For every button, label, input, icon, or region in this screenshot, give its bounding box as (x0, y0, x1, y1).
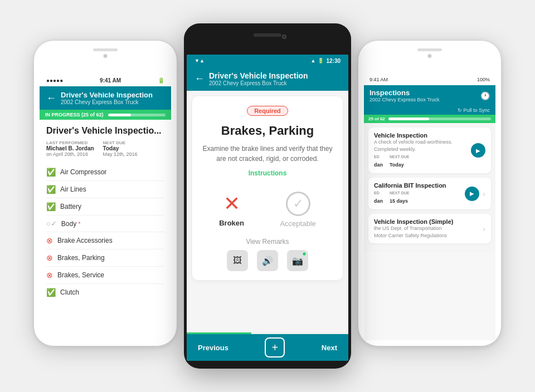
list-item[interactable]: ✅ Battery (46, 198, 164, 215)
left-status-dots: ●●●●● (46, 77, 63, 84)
fail-icon: ⊗ (46, 236, 53, 245)
list-item[interactable]: California BIT Inspection ED dan NEXT DU… (368, 178, 491, 209)
left-meta: LAST PERFORMED Michael B. Jordan on Apri… (46, 140, 164, 157)
center-signal: ▼▲ (194, 58, 205, 63)
view-remarks-link[interactable]: View Remarks (201, 238, 334, 246)
card-description: Examine the brake lines and verify that … (201, 144, 334, 164)
image-icon: 🖼 (233, 256, 242, 266)
center-phone: ▼▲ ▲ 🔋 12:30 ← Driver's Vehicle Inspecti… (184, 23, 351, 369)
card-options: ✕ Broken ✓ Acceptable (201, 186, 334, 233)
left-meta-performed-name: Michael B. Jordan (46, 145, 94, 151)
required-dot: * (79, 221, 81, 227)
add-button[interactable]: + (265, 337, 285, 357)
right-camera-dot (428, 54, 432, 58)
wifi-icon: ▲ (311, 58, 316, 63)
left-checklist: ✅ Air Compressor ✅ Air Lines ✅ Battery ○… (46, 164, 164, 301)
pass-icon: ✅ (46, 288, 56, 297)
list-item[interactable]: ⊗ Brakes, Service (46, 267, 164, 284)
item-meta: ED dan NEXT DUE 15 days (374, 191, 446, 205)
item-right: ▶ (471, 143, 485, 158)
left-header-title: Driver's Vehicle Inspection (61, 91, 153, 99)
item-text: Vehicle Inspection A check of vehicle ro… (374, 132, 453, 169)
fail-icon: ⊗ (46, 253, 53, 262)
required-badge: Required (247, 106, 288, 116)
center-header: ← Driver's Vehicle Inspection 2002 Chevy… (187, 67, 348, 91)
center-speaker (254, 33, 281, 37)
chevron-right-icon: › (483, 189, 485, 198)
left-speaker (93, 48, 118, 51)
card-instructions-link[interactable]: Instructions (201, 169, 334, 177)
previous-button[interactable]: Previous (198, 344, 228, 352)
list-item[interactable]: ⊗ Brakes, Parking (46, 249, 164, 267)
camera-icon: 📷 (292, 256, 303, 266)
item-label: Air Lines (60, 185, 86, 193)
pull-sync-text[interactable]: ↻ Pull to Sync (458, 107, 490, 113)
next-button[interactable]: Next (322, 344, 337, 352)
center-time: 12:30 (326, 58, 341, 64)
left-meta-performed: LAST PERFORMED Michael B. Jordan on Apri… (46, 140, 94, 157)
card-title: Brakes, Parking (201, 124, 334, 138)
broken-icon: ✕ (223, 192, 240, 215)
audio-button[interactable]: 🔊 (257, 250, 278, 271)
item-right: ▶ › (465, 187, 485, 201)
right-content: Vehicle Inspection A check of vehicle ro… (364, 123, 495, 252)
list-item[interactable]: ✅ Air Lines (46, 181, 164, 198)
right-header-title: Inspections (369, 89, 440, 97)
center-progress-fill (187, 332, 251, 334)
acceptable-label: Acceptable (280, 219, 315, 228)
item-title: Vehicle Inspection (Simple) (374, 218, 453, 225)
list-item[interactable]: ✅ Air Compressor (46, 164, 164, 181)
broken-label: Broken (219, 219, 244, 227)
left-form-title: Driver's Vehicle Inspectio... (46, 125, 164, 136)
image-button[interactable]: 🖼 (227, 250, 248, 271)
history-icon[interactable]: 🕐 (480, 91, 490, 100)
item-text: Vehicle Inspection (Simple) the US Dept.… (374, 218, 453, 239)
list-item[interactable]: ⊗ Brake Accessories (46, 232, 164, 249)
right-screen: 9:41 AM 100% Inspections 2002 Chevy Expr… (364, 74, 495, 340)
list-item[interactable]: ○✓ Body * (46, 215, 164, 232)
left-header-subtitle: 2002 Chevy Express Box Truck (61, 99, 153, 105)
left-back-button[interactable]: ← (46, 92, 56, 104)
item-due-value: 15 days (390, 198, 408, 204)
left-status-time: 9:41 AM (100, 77, 121, 84)
play-button[interactable]: ▶ (465, 187, 479, 201)
left-meta-performed-date: on April 20th, 2016 (46, 151, 94, 157)
left-screen: ●●●●● 9:41 AM 🔋 ← Driver's Vehicle Inspe… (40, 74, 171, 340)
item-label: Brakes, Service (57, 271, 104, 279)
item-text: California BIT Inspection ED dan NEXT DU… (374, 182, 446, 205)
right-status-bar: 9:41 AM 100% (364, 74, 495, 85)
camera-button[interactable]: 📷 (287, 250, 308, 271)
left-header-text: Driver's Vehicle Inspection 2002 Chevy E… (61, 91, 153, 105)
left-meta-due-date: May 12th, 2016 (103, 151, 138, 157)
item-performed-label: ED (374, 155, 383, 159)
item-meta-due: NEXT DUE Today (390, 155, 409, 169)
play-button[interactable]: ▶ (471, 143, 485, 158)
right-speaker (417, 48, 442, 51)
center-back-button[interactable]: ← (194, 73, 205, 85)
center-card-area: Required Brakes, Parking Examine the bra… (187, 91, 348, 332)
battery-icon: 🔋 (318, 58, 324, 63)
item-meta-due: NEXT DUE 15 days (390, 191, 409, 205)
right-time: 9:41 AM (369, 77, 388, 82)
item-performed-name: dan (374, 198, 383, 204)
center-header-title: Driver's Vehicle Inspection (209, 71, 308, 80)
left-status-bar: ●●●●● 9:41 AM 🔋 (40, 74, 171, 86)
right-header-text: Inspections 2002 Chevy Express Box Truck (369, 89, 440, 102)
center-status-icons: ▲ 🔋 12:30 (311, 58, 341, 64)
left-form-content: Driver's Vehicle Inspectio... LAST PERFO… (40, 120, 171, 306)
chevron-right-icon: › (483, 224, 485, 233)
item-performed-label: ED (374, 191, 383, 195)
item-meta: ED dan NEXT DUE Today (374, 155, 453, 169)
item-label: Body * (61, 220, 81, 228)
list-item[interactable]: ✅ Clutch (46, 284, 164, 301)
center-progress-line (187, 332, 348, 334)
center-camera (282, 35, 286, 39)
broken-option[interactable]: ✕ Broken (219, 192, 244, 227)
list-item[interactable]: Vehicle Inspection (Simple) the US Dept.… (368, 214, 491, 243)
list-item[interactable]: Vehicle Inspection A check of vehicle ro… (368, 128, 491, 173)
item-desc: the US Dept. of TransportationMotor Carr… (374, 225, 453, 239)
acceptable-option[interactable]: ✓ Acceptable (280, 192, 315, 228)
left-meta-performed-label: LAST PERFORMED (46, 140, 94, 145)
center-header-subtitle: 2002 Chevy Express Box Truck (209, 80, 308, 86)
left-progress-label: IN PROGRESS (25 of 62) (45, 112, 104, 117)
